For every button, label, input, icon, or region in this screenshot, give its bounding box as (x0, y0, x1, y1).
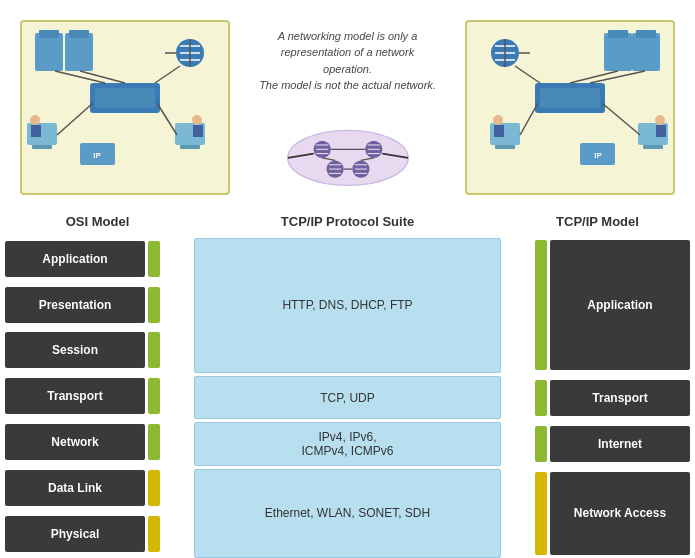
svg-line-6 (55, 71, 105, 83)
osi-label-transport: Transport (5, 378, 145, 414)
osi-label-presentation: Presentation (5, 287, 145, 323)
osi-row-network: Network (5, 421, 190, 464)
svg-line-12 (57, 103, 93, 135)
svg-rect-52 (636, 30, 656, 38)
svg-point-61 (655, 115, 665, 125)
osi-accent-transport (148, 378, 160, 414)
svg-rect-69 (494, 125, 504, 137)
svg-rect-54 (608, 30, 628, 38)
svg-rect-51 (632, 33, 660, 71)
suite-header: TCP/IP Protocol Suite (194, 210, 501, 238)
tcpip-accent-application (535, 240, 547, 370)
svg-line-63 (602, 103, 640, 135)
svg-rect-3 (69, 30, 89, 38)
left-network-box: IP (20, 20, 230, 195)
osi-accent-physical (148, 516, 160, 552)
model-comparison-table: OSI Model Application Presentation Sessi… (0, 210, 695, 558)
osi-row-session: Session (5, 329, 190, 372)
svg-line-57 (590, 71, 645, 83)
suite-cell-link: Ethernet, WLAN, SONET, SDH (194, 469, 501, 558)
diagram-note: A networking model is only a representat… (258, 28, 438, 94)
tcpip-row-network-access: Network Access (505, 469, 690, 558)
svg-rect-2 (65, 33, 93, 71)
center-diagram: A networking model is only a representat… (258, 28, 438, 188)
osi-row-datalink: Data Link (5, 466, 190, 509)
svg-text:IP: IP (594, 151, 602, 160)
osi-header: OSI Model (5, 210, 190, 238)
tcpip-label-transport: Transport (550, 380, 690, 416)
svg-rect-1 (39, 30, 59, 38)
tcpip-column: TCP/IP Model Application Transport Inter… (505, 210, 690, 558)
osi-accent-datalink (148, 470, 160, 506)
osi-row-application: Application (5, 238, 190, 281)
suite-cell-network: IPv4, IPv6, ICMPv4, ICMPv6 (194, 422, 501, 465)
svg-rect-53 (604, 33, 632, 71)
osi-column: OSI Model Application Presentation Sessi… (5, 210, 190, 558)
svg-line-58 (570, 71, 618, 83)
tcpip-row-application: Application (505, 238, 690, 374)
cloud-svg (268, 102, 428, 188)
svg-rect-60 (643, 145, 663, 149)
svg-point-28 (287, 130, 407, 185)
svg-text:IP: IP (93, 151, 101, 160)
right-network-box: IP (465, 20, 675, 195)
suite-cell-transport: TCP, UDP (194, 376, 501, 419)
svg-point-17 (192, 115, 202, 125)
osi-label-application: Application (5, 241, 145, 277)
suite-cell-app: HTTP, DNS, DHCP, FTP (194, 238, 501, 374)
tcpip-accent-internet (535, 426, 547, 462)
suite-column: TCP/IP Protocol Suite HTTP, DNS, DHCP, F… (194, 210, 501, 558)
osi-label-session: Session (5, 332, 145, 368)
svg-rect-18 (193, 125, 203, 137)
tcpip-row-internet: Internet (505, 422, 690, 465)
tcpip-label-internet: Internet (550, 426, 690, 462)
svg-rect-11 (31, 125, 41, 137)
osi-row-transport: Transport (5, 375, 190, 418)
svg-point-68 (493, 115, 503, 125)
svg-rect-0 (35, 33, 63, 71)
tcpip-label-network-access: Network Access (550, 472, 690, 555)
svg-rect-62 (656, 125, 666, 137)
svg-rect-16 (180, 145, 200, 149)
right-network-svg: IP (470, 28, 670, 188)
osi-label-network: Network (5, 424, 145, 460)
left-network-svg: IP (25, 28, 225, 188)
tcpip-label-application: Application (550, 240, 690, 370)
osi-accent-session (148, 332, 160, 368)
svg-line-19 (157, 103, 177, 135)
svg-point-10 (30, 115, 40, 125)
svg-rect-5 (95, 88, 155, 108)
svg-line-70 (520, 103, 538, 135)
svg-rect-56 (540, 88, 600, 108)
diagram-area: IP A networking model is only a represen… (0, 0, 695, 210)
osi-label-physical: Physical (5, 516, 145, 552)
svg-line-77 (515, 66, 540, 83)
tcpip-accent-network-access (535, 472, 547, 555)
tcpip-row-transport: Transport (505, 376, 690, 419)
osi-accent-presentation (148, 287, 160, 323)
osi-row-presentation: Presentation (5, 283, 190, 326)
osi-accent-network (148, 424, 160, 460)
svg-rect-9 (32, 145, 52, 149)
svg-line-26 (155, 66, 180, 83)
svg-line-7 (80, 71, 125, 83)
osi-accent-application (148, 241, 160, 277)
osi-label-datalink: Data Link (5, 470, 145, 506)
tcpip-header: TCP/IP Model (505, 210, 690, 238)
osi-row-physical: Physical (5, 512, 190, 555)
tcpip-accent-transport (535, 380, 547, 416)
svg-rect-67 (495, 145, 515, 149)
